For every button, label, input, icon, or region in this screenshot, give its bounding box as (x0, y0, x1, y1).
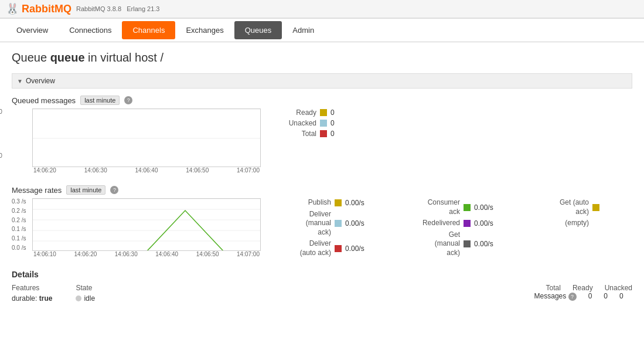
total-col-label: Total (546, 284, 561, 292)
rate-y5: 0.1 /s (12, 235, 26, 242)
queued-stats: Ready 0 Unacked 0 Total 0 (278, 108, 384, 138)
state-label: State (76, 284, 95, 292)
messages-unacked-value: 0 (619, 292, 623, 301)
stat-unacked: Unacked 0 (278, 119, 384, 127)
rates-legend: Publish 0.00/s Deliver(manualack) 0.00/s… (278, 198, 644, 258)
ready-col-label: Ready (573, 284, 593, 292)
rates-chart-and-legend: 0.3 /s 0.2 /s 0.2 /s 0.1 /s 0.1 /s 0.0 /… (12, 198, 632, 258)
rx-label-5: 14:07:00 (237, 251, 260, 257)
rate-deliver-auto: Deliver(auto ack) 0.00/s (278, 239, 407, 257)
deliver-auto-value: 0.00/s (345, 244, 364, 253)
unacked-value: 0 (330, 119, 335, 127)
rx-label-4: 14:06:50 (196, 251, 219, 257)
overview-label: Overview (26, 77, 55, 85)
stat-ready: Ready 0 (278, 108, 384, 117)
durable-label: durable: (12, 294, 37, 303)
state-value: idle (84, 294, 95, 303)
rate-redelivered: Redelivered 0.00/s (407, 219, 536, 228)
redelivered-label: Redelivered (407, 219, 460, 228)
tab-admin[interactable]: Admin (282, 21, 325, 39)
overview-section-header[interactable]: ▼ Overview (12, 73, 632, 89)
rates-col-1: Publish 0.00/s Deliver(manualack) 0.00/s… (278, 198, 407, 258)
tab-queues[interactable]: Queues (234, 21, 282, 39)
messages-stats-header: Total Ready Unacked (534, 284, 632, 292)
rate-get-auto: Get (autoack) (536, 198, 644, 216)
rates-x-axis: 14:06:10 14:06:20 14:06:30 14:06:40 14:0… (32, 251, 261, 257)
rate-publish: Publish 0.00/s (278, 198, 407, 208)
logo-area: 🐰 RabbitMQ RabbitMQ 3.8.8 Erlang 21.3 (6, 2, 159, 15)
rx-label-3: 14:06:40 (155, 251, 178, 257)
rx-label-2: 14:06:30 (115, 251, 138, 257)
deliver-auto-label: Deliver(auto ack) (278, 239, 331, 257)
consumer-ack-value: 0.00/s (474, 203, 493, 212)
get-manual-label: Get(manualack) (407, 230, 460, 258)
durable-value: true (39, 294, 53, 303)
messages-row-label: Messages ? (534, 292, 577, 301)
consumer-ack-color (464, 204, 471, 211)
queued-chart (32, 108, 261, 167)
tab-channels[interactable]: Channels (122, 21, 175, 39)
get-manual-value: 0.00/s (474, 240, 493, 248)
unacked-color (320, 120, 327, 127)
features-cell: Features durable: true (12, 284, 52, 303)
messages-ready-value: 0 (604, 292, 608, 301)
publish-value: 0.00/s (345, 199, 364, 207)
rx-label-1: 14:06:20 (74, 251, 97, 257)
total-color (320, 130, 327, 137)
queued-time-badge[interactable]: last minute (80, 96, 120, 105)
deliver-manual-color (335, 220, 342, 227)
version-info: RabbitMQ 3.8.8 Erlang 21.3 (76, 5, 159, 12)
details-row: Features durable: true State idle Total (12, 284, 632, 303)
rate-y1: 0.3 /s (12, 198, 26, 205)
messages-stats-values: Messages ? 0 0 0 (534, 292, 632, 301)
tab-exchanges[interactable]: Exchanges (175, 21, 234, 39)
x-label-2: 14:06:40 (135, 167, 158, 174)
rates-label: Message rates (12, 186, 62, 195)
main-content: Queue queue in virtual host / ▼ Overview… (0, 42, 644, 311)
section-arrow: ▼ (17, 78, 23, 84)
messages-help-icon[interactable]: ? (568, 293, 577, 301)
rate-y2: 0.2 /s (12, 208, 26, 214)
rates-chart (32, 198, 261, 251)
ready-label: Ready (278, 108, 316, 117)
get-auto-label: Get (autoack) (536, 198, 589, 216)
x-label-0: 14:06:20 (33, 167, 56, 174)
title-suffix: in virtual host / (88, 51, 163, 64)
stat-total: Total 0 (278, 130, 384, 138)
consumer-ack-label: Consumerack (407, 198, 460, 216)
x-label-3: 14:06:50 (186, 167, 209, 174)
queued-chart-wrapper: 1.0 0.0 14:06:20 14:06:30 14:06:40 14:06… (12, 108, 261, 174)
queued-messages-label: Queued messages (12, 96, 76, 105)
x-label-1: 14:06:30 (84, 167, 107, 174)
messages-stats-cell: Total Ready Unacked Messages ? 0 0 0 (534, 284, 632, 301)
rate-deliver-manual: Deliver(manualack) 0.00/s (278, 210, 407, 237)
x-label-4: 14:07:00 (237, 167, 260, 174)
queued-chart-and-legend: 1.0 0.0 14:06:20 14:06:30 14:06:40 14:06… (12, 108, 632, 174)
ready-color (320, 109, 327, 116)
unacked-col-label: Unacked (605, 284, 632, 292)
messages-total-value: 0 (588, 292, 592, 301)
features-label: Features (12, 284, 52, 292)
page-title: Queue queue in virtual host / (12, 51, 632, 64)
logo: 🐰 RabbitMQ (6, 2, 71, 15)
publish-color (335, 199, 342, 206)
queued-help-icon[interactable]: ? (124, 96, 132, 104)
durable-row: durable: true (12, 294, 52, 303)
message-rates-section: Message rates last minute ? 0.3 /s 0.2 /… (12, 185, 632, 258)
state-cell: State idle (76, 284, 95, 303)
empty-label: (empty) (536, 219, 589, 228)
tab-overview[interactable]: Overview (6, 21, 59, 39)
rate-y4: 0.1 /s (12, 226, 26, 232)
rates-help-icon[interactable]: ? (110, 186, 118, 194)
unacked-label: Unacked (278, 119, 316, 127)
tab-connections[interactable]: Connections (59, 21, 122, 39)
nav-tabs: Overview Connections Channels Exchanges … (0, 19, 644, 42)
deliver-manual-label: Deliver(manualack) (278, 210, 331, 237)
rate-consumer-ack: Consumerack 0.00/s (407, 198, 536, 216)
queued-x-axis: 14:06:20 14:06:30 14:06:40 14:06:50 14:0… (32, 167, 261, 174)
details-section: Details Features durable: true State idl… (12, 270, 632, 303)
rates-time-badge[interactable]: last minute (66, 185, 105, 195)
rx-label-0: 14:06:10 (33, 251, 56, 257)
top-bar: 🐰 RabbitMQ RabbitMQ 3.8.8 Erlang 21.3 (0, 0, 644, 19)
rates-col-2: Consumerack 0.00/s Redelivered 0.00/s Ge… (407, 198, 536, 258)
